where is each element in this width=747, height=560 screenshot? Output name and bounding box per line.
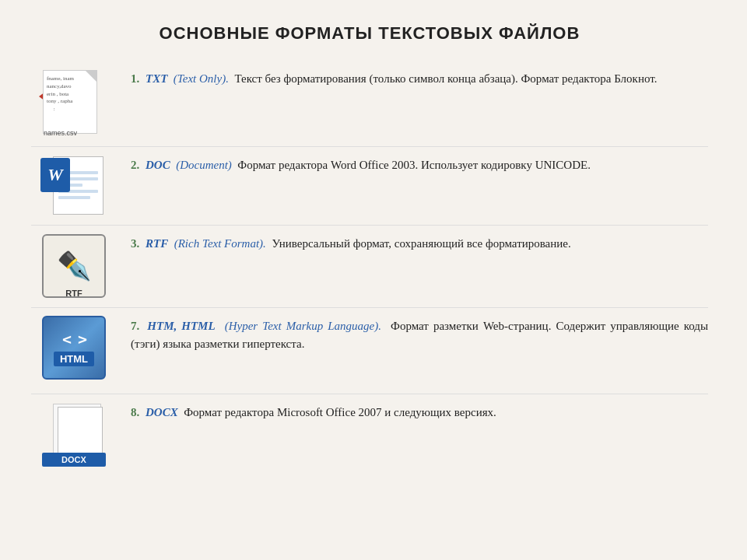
word-w-badge: W [40, 158, 70, 192]
item-3-num: 3. [131, 237, 139, 250]
docx-icon-graphic: DOCX [39, 402, 109, 468]
item-2-num: 2. [131, 159, 139, 171]
item-7-num: 7. [131, 320, 139, 332]
item-2-text: 2. DOC (Document) Формат редактора Word … [131, 155, 708, 174]
list-item: ✒️ RTF 3. RTF (Rich Text Format). Универ… [31, 226, 708, 307]
word-line [58, 196, 90, 199]
doc-icon: W [31, 155, 117, 217]
item-8-format: DOCX [146, 406, 178, 418]
item-7-format-full: (Hyper Text Markup Language). [225, 320, 381, 332]
list-item: W 2. DOC (Document) Формат редактора Wor… [31, 147, 708, 225]
list-item: < > HTML 7. HTM, HTML (Hyper Text Markup… [31, 308, 708, 394]
item-3-desc: Универсальный формат, сохраняющий все фо… [272, 237, 570, 250]
item-7-format: HTM, HTML [147, 320, 215, 332]
item-8-num: 8. [131, 406, 139, 418]
item-3-text: 3. RTF (Rich Text Format). Универсальный… [131, 233, 708, 253]
item-8-desc: Формат редактора Microsoft Office 2007 и… [184, 406, 496, 418]
item-2-format-full: (Document) [176, 159, 232, 171]
csv-icon-graphic: fname, inamnancy,davoerin , botatony , r… [39, 68, 109, 138]
csv-paper: fname, inamnancy,davoerin , botatony , r… [43, 70, 97, 134]
item-2-desc: Формат редактора Word Office 2003. Испол… [237, 159, 591, 171]
page-title: ОСНОВНЫЕ ФОРМАТЫ ТЕКСТОВЫХ ФАЙЛОВ [31, 23, 708, 44]
item-3-format: RTF [146, 237, 168, 250]
html-globe: < > HTML [42, 316, 106, 380]
csv-filename-label: names.csv [44, 129, 77, 137]
txt-icon: fname, inamnancy,davoerin , botatony , r… [31, 68, 117, 138]
content-area: fname, inamnancy,davoerin , botatony , r… [31, 61, 708, 476]
list-item: fname, inamnancy,davoerin , botatony , r… [31, 61, 708, 146]
list-item: DOCX 8. DOCX Формат редактора Microsoft … [31, 394, 708, 476]
rtf-icon: ✒️ RTF [31, 233, 117, 299]
item-8-text: 8. DOCX Формат редактора Microsoft Offic… [131, 402, 708, 422]
page: ОСНОВНЫЕ ФОРМАТЫ ТЕКСТОВЫХ ФАЙЛОВ fname,… [0, 0, 747, 560]
html-icon-graphic: < > HTML [39, 316, 109, 386]
item-1-desc: Текст без форматирования (только символ … [234, 72, 657, 85]
item-1-format: TXT [146, 72, 167, 85]
rtf-icon-graphic: ✒️ RTF [39, 233, 109, 299]
html-icon: < > HTML [31, 316, 117, 386]
html-label: HTML [54, 352, 94, 366]
item-1-text: 1. TXT (Text Only). Текст без форматиров… [131, 68, 708, 88]
item-3-format-full: (Rich Text Format). [174, 237, 266, 250]
item-2-format: DOC [146, 159, 170, 171]
item-1-format-full: (Text Only). [174, 72, 229, 85]
item-1-num: 1. [131, 72, 139, 85]
csv-fold [86, 71, 96, 82]
item-7-desc: Формат разметки Web-страниц. Содержит уп… [131, 320, 708, 350]
docx-label: DOCX [42, 453, 106, 467]
rtf-pen-icon: ✒️ [57, 250, 92, 282]
item-7-text: 7. HTM, HTML (Hyper Text Markup Language… [131, 316, 708, 354]
docx-icon: DOCX [31, 402, 117, 468]
word-icon-graphic: W [39, 155, 109, 217]
html-brackets-icon: < > [62, 330, 86, 348]
rtf-label: RTF [42, 289, 106, 298]
